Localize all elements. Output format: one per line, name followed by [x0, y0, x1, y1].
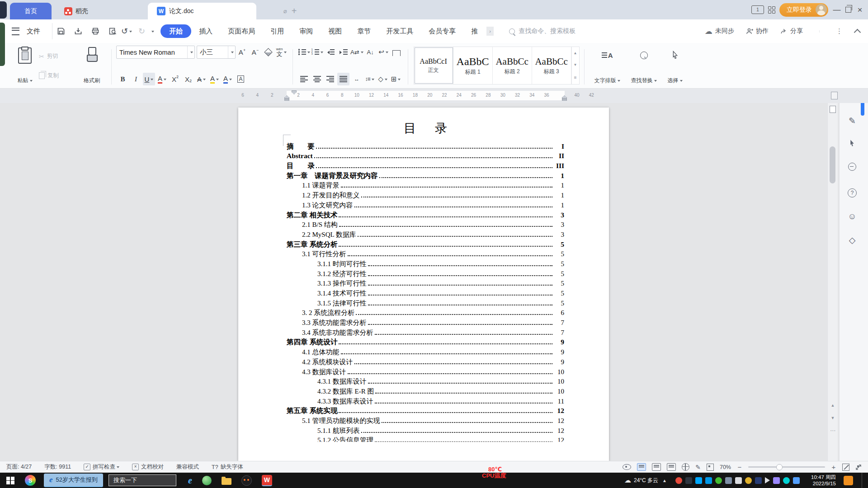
export-icon[interactable]	[74, 27, 82, 35]
undo-icon[interactable]: ↺	[121, 26, 128, 36]
align-left-button[interactable]	[298, 73, 310, 85]
toc-entry[interactable]: 5.1 管理员功能模块的实现12	[287, 415, 564, 425]
zoom-level[interactable]: 70%	[720, 464, 731, 470]
expand-icon[interactable]	[855, 464, 862, 470]
redo-icon[interactable]: ↻	[138, 26, 145, 36]
underline-style-button[interactable]: A	[156, 73, 168, 85]
increase-font-button[interactable]: A+	[236, 46, 248, 59]
vertical-scrollbar[interactable]: ▲ ▼ ⋯	[827, 103, 838, 461]
restore-button[interactable]	[845, 7, 851, 13]
toc-entry[interactable]: 5.1.2 公告信息管理12	[287, 435, 564, 442]
superscript-button[interactable]: X2	[169, 73, 181, 85]
tray-icon[interactable]	[755, 477, 762, 484]
toc-entry[interactable]: 2.1 B/S 结构3	[287, 220, 564, 230]
tray-icon[interactable]	[765, 477, 770, 483]
new-tab-button[interactable]: +	[292, 6, 297, 16]
numbered-list-button[interactable]	[311, 46, 323, 58]
feedback-icon[interactable]: ☺	[840, 211, 865, 221]
decrease-font-button[interactable]: A−	[249, 46, 261, 59]
wps-taskbar-icon[interactable]: W	[262, 475, 272, 486]
tray-icon[interactable]	[773, 477, 780, 484]
tray-icon[interactable]	[735, 477, 742, 484]
app-grid-icon[interactable]	[768, 6, 775, 14]
scroll-page-icon[interactable]	[830, 106, 836, 113]
browse-object-button[interactable]: ⋯	[828, 427, 838, 434]
wrap-button[interactable]: ↩	[377, 46, 390, 58]
toc-entry[interactable]: 4.3 数据库设计10	[287, 366, 564, 376]
menu-tab-8[interactable]: 会员专享	[421, 24, 463, 38]
login-button[interactable]: 立即登录	[779, 3, 828, 17]
zoom-slider-handle[interactable]	[776, 464, 783, 470]
toc-entry[interactable]: 4.3.2 数据库 E-R 图10	[287, 386, 564, 396]
find-replace-tool[interactable]: 查找替换	[626, 46, 662, 88]
document-title[interactable]: 目录	[287, 120, 564, 136]
toc-entry[interactable]: 3.4 系统非功能需求分析7	[287, 327, 564, 337]
tray-icon[interactable]	[783, 477, 790, 484]
font-color-button[interactable]: A	[222, 73, 234, 85]
tray-icon[interactable]	[675, 477, 682, 484]
compat-mode[interactable]: 兼容模式	[176, 463, 199, 471]
news-widget[interactable]: e 52岁大学生报到	[44, 474, 103, 487]
show-desktop-button[interactable]	[862, 473, 864, 488]
toc-entry[interactable]: 目 录III	[287, 160, 564, 170]
s-app-icon[interactable]: S	[25, 475, 36, 486]
next-page-button[interactable]: ▼	[828, 416, 838, 420]
shading-button[interactable]: ◇	[377, 73, 389, 85]
more-options-icon[interactable]: ⋮	[836, 27, 843, 35]
toc-entry[interactable]: 5.1.1 航班列表12	[287, 425, 564, 435]
browser-taskbar-icon[interactable]	[202, 476, 212, 485]
toc-entry[interactable]: 第三章 系统分析5	[287, 239, 564, 249]
menu-tab-3[interactable]: 引用	[263, 24, 292, 38]
menu-tab-4[interactable]: 审阅	[292, 24, 321, 38]
menu-tab-2[interactable]: 页面布局	[220, 24, 263, 38]
pin-tab-icon[interactable]: ⌀	[283, 8, 287, 14]
cut-button[interactable]: ✂剪切	[39, 52, 77, 60]
line-spacing-button[interactable]: ↕≡	[363, 73, 376, 85]
page-view-icon[interactable]	[637, 463, 646, 471]
toc-entry[interactable]: 3.1.3 操作可行性5	[287, 278, 564, 288]
scrollbar-thumb[interactable]	[830, 146, 835, 183]
document-page[interactable]: 目录 摘 要IAbstractII目 录III第一章 课题背景及研究内容11.1…	[238, 108, 609, 461]
menu-tab-5[interactable]: 视图	[321, 24, 349, 38]
clear-format-button[interactable]	[262, 46, 274, 59]
collaborate-button[interactable]: 协作	[746, 27, 769, 35]
collapse-ribbon-icon[interactable]	[854, 28, 861, 36]
paste-button[interactable]: 粘贴	[11, 46, 39, 88]
tab-document[interactable]: W 论文.doc	[148, 3, 256, 19]
toc-entry[interactable]: 4.2 系统模块设计9	[287, 357, 564, 366]
italic-button[interactable]: I	[130, 73, 142, 85]
tablet-mode-icon[interactable]: 1	[751, 5, 764, 14]
toc-entry[interactable]: 第四章 系统设计9	[287, 337, 564, 347]
menu-tab-7[interactable]: 开发工具	[378, 24, 421, 38]
tray-icon[interactable]	[745, 477, 752, 484]
distribute-button[interactable]: ↔	[350, 73, 363, 85]
select-pointer-icon[interactable]	[840, 139, 865, 150]
style-scroll-down-icon[interactable]: ▼	[574, 63, 577, 67]
more-tabs-button[interactable]: ›	[486, 27, 494, 36]
previous-page-button[interactable]: ▲	[828, 403, 838, 408]
toc-entry[interactable]: 3.1.4 技术可行性5	[287, 288, 564, 298]
close-button[interactable]: ×	[855, 5, 864, 15]
underline-button[interactable]: U	[143, 73, 155, 85]
tray-icon[interactable]	[725, 477, 732, 484]
edit-mode-icon[interactable]: ✎	[695, 464, 701, 471]
zoom-slider[interactable]	[748, 466, 825, 468]
bullet-list-button[interactable]	[298, 46, 310, 58]
toc-entry[interactable]: 2.2 MySQL 数据库3	[287, 229, 564, 239]
increase-indent-button[interactable]	[337, 46, 349, 58]
left-indent-marker[interactable]	[284, 99, 289, 101]
missing-font-warning[interactable]: T?缺失字体	[212, 463, 243, 471]
quickbar-dropdown-icon[interactable]	[151, 31, 154, 34]
explorer-taskbar-icon[interactable]	[222, 478, 231, 485]
toc-entry[interactable]: 3.1.1 时间可行性5	[287, 258, 564, 268]
strip-scroll-indicator[interactable]	[861, 103, 864, 116]
taskbar-clock[interactable]: 10:47 周四 2022/9/15	[811, 474, 836, 487]
toc-entry[interactable]: 3. 2 系统流程分析6	[287, 308, 564, 318]
toc-entry[interactable]: 1.3 论文研究内容1	[287, 200, 564, 210]
toc-entry[interactable]: 3.1 可行性分析5	[287, 249, 564, 259]
justify-button[interactable]	[337, 73, 349, 85]
print-icon[interactable]	[91, 27, 99, 35]
ie-taskbar-icon[interactable]: e	[188, 475, 192, 486]
proofread-toggle[interactable]: ×文档校对	[132, 463, 164, 471]
select-tool[interactable]: 选择	[662, 46, 688, 88]
